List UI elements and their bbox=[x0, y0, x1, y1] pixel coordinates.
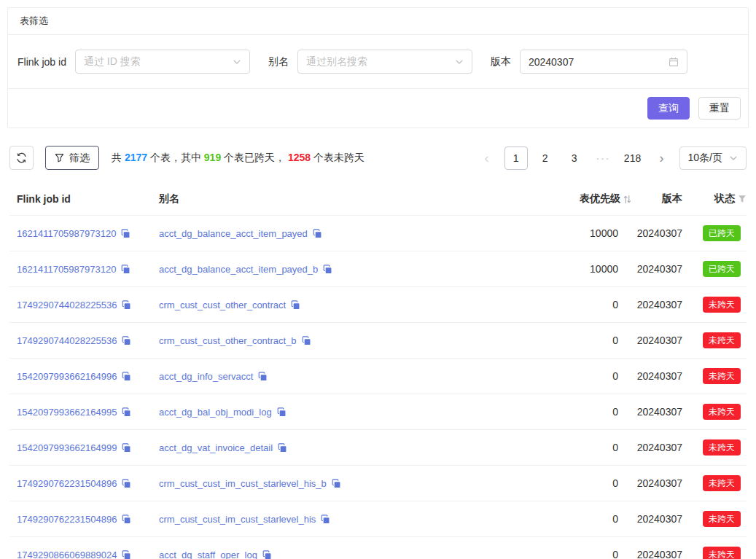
copy-icon[interactable] bbox=[291, 300, 300, 310]
flink-job-id-link[interactable]: 1749290762231504896 bbox=[17, 478, 117, 489]
pagination-top: ‹ 1 2 3 ··· 218 › 10条/页 bbox=[475, 146, 747, 170]
alias-link[interactable]: acct_dg_staff_oper_log bbox=[159, 550, 257, 559]
filter-card-title: 表筛选 bbox=[8, 8, 748, 35]
column-header-status: 状态 bbox=[682, 183, 747, 216]
copy-icon[interactable] bbox=[122, 372, 131, 381]
flink-job-id-link[interactable]: 1542097993662164995 bbox=[17, 407, 117, 418]
table-row: 1542097993662164996 acct_dg_info_servacc… bbox=[9, 359, 747, 394]
chevron-down-icon bbox=[233, 58, 241, 66]
alias-link[interactable]: acct_dg_balance_acct_item_payed bbox=[159, 228, 308, 239]
priority-cell: 0 bbox=[507, 323, 631, 359]
copy-icon[interactable] bbox=[122, 300, 131, 310]
alias-link[interactable]: acct_dg_info_servacct bbox=[159, 371, 253, 382]
copy-icon[interactable] bbox=[258, 372, 268, 381]
query-button[interactable]: 查询 bbox=[647, 97, 690, 120]
table-summary: 共 2177 个表，其中 919 个表已跨天， 1258 个表未跨天 bbox=[112, 152, 365, 165]
copy-icon[interactable] bbox=[321, 515, 330, 524]
page-button-1[interactable]: 1 bbox=[504, 146, 528, 170]
version-cell: 20240307 bbox=[631, 501, 682, 537]
sort-icon[interactable] bbox=[623, 195, 631, 204]
column-header-flink-job-id: Flink job id bbox=[9, 183, 152, 216]
copy-icon[interactable] bbox=[122, 550, 131, 559]
filter-funnel-icon[interactable] bbox=[738, 195, 747, 203]
priority-cell: 0 bbox=[507, 394, 631, 430]
filter-card: 表筛选 Flink job id 通过 ID 搜索 别名 通过别名搜索 版本 bbox=[7, 7, 749, 128]
flink-job-id-link[interactable]: 1621411705987973120 bbox=[17, 264, 116, 275]
page-size-select[interactable]: 10条/页 bbox=[679, 146, 747, 170]
copy-icon[interactable] bbox=[313, 229, 322, 238]
alias-link[interactable]: acct_dg_vat_invoice_detail bbox=[159, 442, 273, 453]
reset-button[interactable]: 重置 bbox=[698, 97, 741, 120]
copy-icon[interactable] bbox=[278, 443, 287, 453]
copy-icon[interactable] bbox=[121, 265, 130, 274]
calendar-icon bbox=[669, 57, 679, 67]
toolbar: 筛选 共 2177 个表，其中 919 个表已跨天， 1258 个表未跨天 ‹ … bbox=[9, 146, 747, 170]
total-count: 2177 bbox=[125, 152, 147, 163]
flink-job-id-placeholder: 通过 ID 搜索 bbox=[84, 55, 233, 69]
alias-placeholder: 通过别名搜索 bbox=[306, 55, 455, 69]
copy-icon[interactable] bbox=[122, 407, 131, 417]
status-badge: 未跨天 bbox=[703, 297, 741, 313]
version-date-input[interactable] bbox=[529, 56, 669, 68]
status-badge: 已跨天 bbox=[703, 225, 741, 241]
uncrossed-count: 1258 bbox=[288, 152, 311, 163]
version-cell: 20240307 bbox=[631, 216, 682, 251]
copy-icon[interactable] bbox=[122, 336, 131, 345]
page-button-2[interactable]: 2 bbox=[534, 146, 557, 170]
copy-icon[interactable] bbox=[122, 443, 131, 453]
next-page-button[interactable]: › bbox=[650, 146, 674, 170]
flink-job-id-select[interactable]: 通过 ID 搜索 bbox=[75, 50, 250, 74]
priority-cell: 0 bbox=[507, 430, 631, 466]
alias-link[interactable]: crm_cust_cust_other_contract_b bbox=[159, 335, 297, 346]
alias-select[interactable]: 通过别名搜索 bbox=[297, 50, 472, 74]
status-badge: 未跨天 bbox=[703, 332, 741, 348]
flink-job-id-link[interactable]: 1749290744028225536 bbox=[17, 300, 117, 310]
flink-job-id-link[interactable]: 1621411705987973120 bbox=[17, 228, 116, 239]
flink-job-id-link[interactable]: 1749290762231504896 bbox=[17, 514, 117, 525]
copy-icon[interactable] bbox=[121, 229, 130, 238]
chevron-down-icon bbox=[729, 154, 738, 163]
copy-icon[interactable] bbox=[332, 479, 341, 488]
summary-text: 共 bbox=[112, 152, 125, 163]
prev-page-button[interactable]: ‹ bbox=[475, 146, 499, 170]
copy-icon[interactable] bbox=[122, 515, 131, 524]
filter-button[interactable]: 筛选 bbox=[45, 146, 99, 170]
chevron-down-icon bbox=[455, 58, 464, 66]
version-date-picker[interactable] bbox=[520, 50, 687, 74]
flink-job-id-link[interactable]: 1542097993662164999 bbox=[17, 442, 117, 453]
copy-icon[interactable] bbox=[323, 265, 332, 274]
pagination-ellipsis[interactable]: ··· bbox=[592, 152, 615, 164]
refresh-button[interactable] bbox=[9, 146, 34, 170]
table-row: 1542097993662164995 acct_dg_bal_obj_modi… bbox=[9, 394, 747, 430]
alias-link[interactable]: crm_cust_cust_im_cust_starlevel_his_b bbox=[159, 478, 327, 489]
version-cell: 20240307 bbox=[631, 251, 682, 287]
copy-icon[interactable] bbox=[302, 336, 311, 345]
alias-link[interactable]: crm_cust_cust_im_cust_starlevel_his bbox=[159, 514, 316, 525]
version-cell: 20240307 bbox=[631, 466, 682, 501]
version-cell: 20240307 bbox=[631, 537, 682, 559]
priority-cell: 0 bbox=[507, 466, 631, 501]
flink-job-id-link[interactable]: 1749290744028225536 bbox=[17, 335, 117, 346]
refresh-icon bbox=[16, 152, 27, 163]
table-row: 1749290744028225536 crm_cust_cust_other_… bbox=[9, 323, 747, 359]
column-header-alias: 别名 bbox=[152, 183, 507, 216]
alias-link[interactable]: crm_cust_cust_other_contract bbox=[159, 300, 286, 310]
version-cell: 20240307 bbox=[631, 287, 682, 323]
alias-link[interactable]: acct_dg_bal_obj_modi_log bbox=[159, 407, 272, 418]
table-row: 1749290744028225536 crm_cust_cust_other_… bbox=[9, 287, 747, 323]
column-header-priority[interactable]: 表优先级 bbox=[507, 183, 631, 216]
alias-link[interactable]: acct_dg_balance_acct_item_payed_b bbox=[159, 264, 318, 275]
copy-icon[interactable] bbox=[262, 550, 272, 559]
copy-icon[interactable] bbox=[122, 479, 131, 488]
copy-icon[interactable] bbox=[277, 407, 287, 417]
summary-text: 个表未跨天 bbox=[311, 152, 365, 163]
flink-job-id-link[interactable]: 1542097993662164996 bbox=[17, 371, 117, 382]
priority-cell: 0 bbox=[507, 359, 631, 394]
flink-job-id-link[interactable]: 1749290866069889024 bbox=[17, 550, 117, 559]
table-row: 1749290762231504896 crm_cust_cust_im_cus… bbox=[9, 466, 747, 501]
page-button-3[interactable]: 3 bbox=[563, 146, 586, 170]
status-badge: 未跨天 bbox=[703, 547, 741, 559]
page-button-last[interactable]: 218 bbox=[621, 146, 644, 170]
filter-button-label: 筛选 bbox=[69, 152, 90, 165]
version-label: 版本 bbox=[491, 55, 511, 69]
